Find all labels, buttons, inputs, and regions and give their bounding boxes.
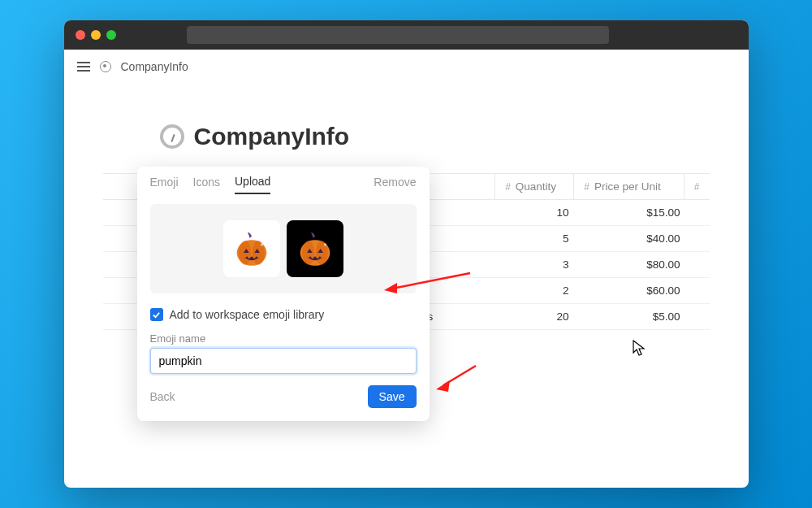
cell-extra[interactable] <box>690 200 710 225</box>
tab-icons[interactable]: Icons <box>193 176 220 193</box>
clock-icon <box>100 61 111 72</box>
cursor-icon <box>633 340 647 358</box>
column-price-label: Price per Unit <box>594 180 661 193</box>
checkbox-checked-icon[interactable] <box>150 308 163 321</box>
svg-line-12 <box>392 273 470 289</box>
back-button[interactable]: Back <box>150 390 175 403</box>
checkbox-label: Add to workspace emoji library <box>170 308 325 321</box>
cell-quantity[interactable]: 2 <box>499 278 579 303</box>
upload-preview <box>150 204 417 293</box>
page-clock-icon[interactable] <box>160 124 184 149</box>
page-head: CompanyInfo <box>160 123 710 150</box>
svg-marker-15 <box>436 380 450 392</box>
cell-extra[interactable] <box>690 226 710 251</box>
remove-button[interactable]: Remove <box>374 176 416 193</box>
hash-icon: # <box>694 181 700 193</box>
column-price[interactable]: # Price per Unit <box>573 174 684 199</box>
window-close-icon[interactable] <box>76 30 85 40</box>
column-quantity[interactable]: # Quantity <box>495 174 573 199</box>
cell-quantity[interactable]: 10 <box>499 200 579 225</box>
cell-extra[interactable] <box>690 278 710 303</box>
preview-tile-light[interactable] <box>223 220 280 277</box>
cell-price[interactable]: $40.00 <box>579 226 690 251</box>
cell-extra[interactable] <box>690 304 710 329</box>
cell-quantity[interactable]: 5 <box>499 226 579 251</box>
column-extra[interactable]: # <box>684 174 710 199</box>
svg-marker-13 <box>384 283 397 293</box>
emoji-name-input[interactable] <box>150 348 417 374</box>
tab-emoji[interactable]: Emoji <box>150 176 179 193</box>
pumpkin-icon <box>231 228 272 269</box>
hash-icon: # <box>505 181 511 193</box>
window-minimize-icon[interactable] <box>91 30 101 40</box>
popover-footer: Back Save <box>137 374 430 421</box>
svg-point-11 <box>323 243 326 245</box>
address-bar[interactable] <box>187 26 609 44</box>
titlebar <box>64 20 749 50</box>
preview-tile-dark[interactable] <box>287 220 343 277</box>
app-header: CompanyInfo <box>64 50 749 84</box>
window-maximize-icon[interactable] <box>106 30 116 40</box>
pumpkin-icon <box>295 228 335 269</box>
emoji-name-label: Emoji name <box>137 326 430 348</box>
page-title[interactable]: CompanyInfo <box>194 123 350 150</box>
cell-quantity[interactable]: 20 <box>499 304 579 329</box>
cell-price[interactable]: $5.00 <box>579 304 690 329</box>
svg-point-5 <box>260 243 262 245</box>
column-quantity-label: Quantity <box>516 180 556 193</box>
tab-upload[interactable]: Upload <box>235 175 270 194</box>
cell-price[interactable]: $15.00 <box>579 200 690 225</box>
hamburger-icon[interactable] <box>77 59 90 74</box>
add-to-library-row[interactable]: Add to workspace emoji library <box>137 303 430 326</box>
cell-price[interactable]: $60.00 <box>579 278 690 303</box>
annotation-arrow-icon <box>381 269 478 302</box>
annotation-arrow-icon <box>434 364 482 397</box>
cell-price[interactable]: $80.00 <box>579 252 690 277</box>
hash-icon: # <box>584 181 590 193</box>
breadcrumb-title[interactable]: CompanyInfo <box>121 60 188 73</box>
cell-quantity[interactable]: 3 <box>499 252 579 277</box>
cell-extra[interactable] <box>690 252 710 277</box>
app-window: CompanyInfo CompanyInfo Category # Quant… <box>64 20 749 488</box>
popover-tabs: Emoji Icons Upload Remove <box>137 167 430 194</box>
save-button[interactable]: Save <box>368 385 417 408</box>
